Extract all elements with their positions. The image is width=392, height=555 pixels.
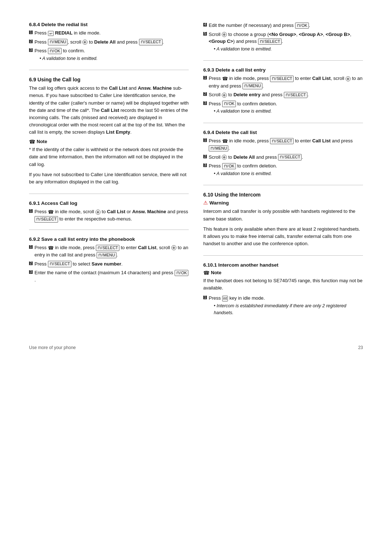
bold-text: Delete entry: [233, 92, 260, 97]
warning-icon: ⚠: [203, 200, 208, 206]
left-column: 6.8.4 Delete the redial list 1 Press ↩ R…: [29, 22, 189, 331]
list-item: 5 Scroll ⊕ to choose a group (<No Group>…: [203, 31, 363, 54]
phone-icon: ☎: [48, 245, 54, 251]
warning-text: Intercom and call transfer is only possi…: [203, 208, 363, 222]
list-item: 2 Press ⊓/MENU, scroll ⊕ to Delete All a…: [29, 39, 189, 46]
list-content: Press ⊓/OK to confirm deletion. • A vali…: [209, 100, 363, 116]
footer-right: 23: [358, 345, 363, 350]
select-key: ⊓/SELECT: [258, 39, 282, 45]
list-item: 1 Press ↩ REDIAL in idle mode.: [29, 29, 189, 37]
section-692-title: 6.9.2 Save a call list entry into the ph…: [29, 236, 189, 242]
scroll-icon: ⊕: [222, 93, 227, 98]
slash: ⊓/: [50, 261, 54, 267]
section-694: 6.9.4 Delete the call list 1 Press ☎ in …: [203, 130, 363, 186]
slash: ⊓/: [297, 23, 301, 28]
bold-text: REDIAL: [55, 30, 72, 36]
select-key: ⊓/SELECT: [278, 154, 302, 160]
section-610-para: This feature is only available when ther…: [203, 226, 363, 247]
list-item: 1 Press ☎ in idle mode, press ⊓/SELECT t…: [203, 75, 363, 89]
slash: ⊓/: [98, 252, 103, 258]
slash: ⊓/: [272, 76, 276, 81]
list-content: Enter the name of the contact (maximum 1…: [34, 269, 189, 283]
redial-icon: ↩: [48, 31, 54, 36]
list-number: 2: [203, 92, 207, 96]
bold-text: Delete All: [233, 154, 255, 160]
scroll-icon: ⊕: [82, 40, 87, 45]
menu-key: ⊓/MENU: [48, 39, 68, 45]
phone-icon: ☎: [222, 76, 228, 81]
list-content: Press ⊓/OK to confirm. • A validation to…: [34, 47, 189, 63]
section-69-title: 6.9 Using the Call log: [29, 77, 189, 82]
slash: ⊓/: [280, 154, 284, 160]
section-6101-title: 6.10.1 Intercom another handset: [203, 262, 363, 268]
phone-icon: ☎: [222, 138, 228, 144]
section-694-title: 6.9.4 Delete the call list: [203, 130, 363, 135]
section-610-title: 6.10 Using the Intercom: [203, 192, 363, 198]
list-item: 1 Press ☎ in idle mode, press ⊓/SELECT t…: [203, 137, 363, 152]
list-content: Scroll ⊕ to choose a group (<No Group>, …: [209, 31, 363, 54]
slash: ⊓/: [224, 163, 228, 169]
bold-text: Answ. Machine: [132, 209, 166, 214]
list-item: 1 Press ☎ in idle mode, scroll ⊕ to Call…: [29, 208, 189, 223]
list-content: Press ↩ REDIAL in idle mode.: [34, 29, 189, 37]
slash: ⊓/: [211, 146, 215, 151]
sub-bullet: • A validation tone is emitted.: [214, 46, 363, 53]
select-key: ⊓/SELECT: [96, 245, 119, 251]
bold-text: Call List: [312, 138, 331, 143]
section-684: 6.8.4 Delete the redial list 1 Press ↩ R…: [29, 22, 189, 70]
ok-key: ⊓/OK: [222, 163, 236, 169]
section-6101: 6.10.1 Intercom another handset ☎ Note I…: [203, 262, 363, 324]
menu-key: ⊓/MENU: [209, 145, 228, 151]
slash: ⊓/: [50, 39, 54, 45]
select-key: ⊓/SELECT: [48, 261, 72, 267]
select-key: ⊓/SELECT: [139, 39, 163, 45]
note-line: ☎ Note: [203, 270, 363, 276]
ok-key: ⊓/OK: [295, 23, 309, 29]
list-number: 1: [29, 31, 33, 34]
list-number: 3: [29, 48, 33, 52]
list-item: 4 Edit the number (if necessary) and pre…: [203, 22, 363, 29]
bold-text: Call List: [312, 76, 331, 81]
list-number: 1: [203, 138, 207, 142]
list-number: 1: [203, 76, 207, 80]
select-key: ⊓/SELECT: [270, 138, 294, 144]
bold-text: Call List: [109, 85, 127, 91]
intercom-key: int: [222, 296, 228, 301]
list-number: 5: [203, 32, 207, 36]
section-69-para1: The call log offers quick access to the …: [29, 85, 189, 136]
bold-text: Call List: [107, 209, 126, 214]
bold-text: Call List: [138, 245, 156, 250]
note-label: Note: [37, 139, 47, 144]
scroll-icon: ⊕: [222, 155, 227, 160]
list-content: Press ☎ in idle mode, press ⊓/SELECT to …: [209, 75, 363, 89]
scroll-icon: ⊕: [222, 32, 227, 37]
slash: ⊓/: [141, 39, 145, 45]
list-item: 3 Press ⊓/OK to confirm deletion. • A va…: [203, 162, 363, 178]
select-key: ⊓/SELECT: [34, 216, 58, 222]
slash: ⊓/: [36, 216, 41, 222]
list-item: 3 Press ⊓/OK to confirm deletion. • A va…: [203, 100, 363, 116]
list-content: Press int key in idle mode. • Intercom i…: [209, 295, 363, 317]
list-content: Press ☎ in idle mode, press ⊓/SELECT to …: [34, 244, 189, 259]
bold-text: <Group B>: [326, 32, 350, 37]
slash: ⊓/: [260, 39, 264, 44]
scroll-icon: ⊕: [171, 245, 176, 250]
section-693: 6.9.3 Delete a call list entry 1 Press ☎…: [203, 67, 363, 123]
list-number: 4: [203, 23, 207, 27]
list-content: Press ☎ in idle mode, scroll ⊕ to Call L…: [34, 208, 189, 223]
list-number: 2: [203, 155, 207, 158]
list-item: 3 Enter the name of the contact (maximum…: [29, 269, 189, 283]
slash: ⊓/: [224, 101, 228, 106]
menu-key: ⊓/MENU: [242, 83, 262, 89]
page-container: 6.8.4 Delete the redial list 1 Press ↩ R…: [29, 22, 363, 350]
bold-text: List Empty: [106, 129, 130, 135]
section-691: 6.9.1 Access Call log 1 Press ☎ in idle …: [29, 200, 189, 230]
bold-text: <Group C>: [209, 39, 233, 44]
list-item: 2 Scroll ⊕ to Delete entry and press ⊓/S…: [203, 91, 363, 98]
sub-bullet: • A validation tone is emitted.: [40, 55, 189, 62]
note-icon: ☎: [29, 139, 35, 145]
section-692: 6.9.2 Save a call list entry into the ph…: [29, 236, 189, 290]
list-number: 1: [29, 245, 33, 249]
menu-key: ⊓/MENU: [97, 252, 116, 258]
list-item: 3 Press ⊓/OK to confirm. • A validation …: [29, 47, 189, 63]
